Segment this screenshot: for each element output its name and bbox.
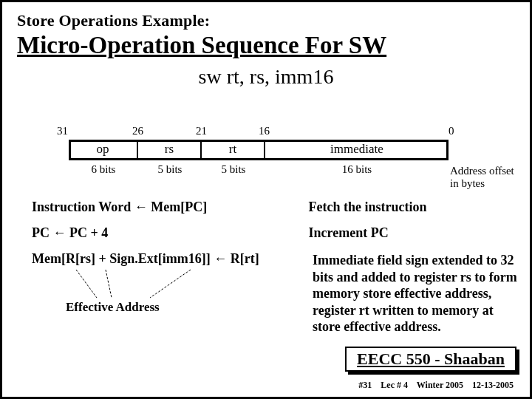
footer-lecture: Lec # 4 [381, 380, 408, 390]
bit-label-16: 16 [259, 125, 270, 137]
left-arrow-icon: ← [134, 200, 148, 214]
field-imm: immediate [265, 140, 449, 160]
field-rs: rs [138, 140, 202, 160]
op-store-rhs: R[rt] [227, 251, 259, 266]
bit-label-31: 31 [57, 125, 68, 137]
footer-slide-no: #31 [358, 380, 372, 390]
op-store-lhs: Mem[R[rs] + Sign.Ext[imm16]] [32, 251, 214, 266]
note-line1: Address offset [450, 165, 514, 177]
field-op: op [69, 140, 138, 160]
address-offset-note: Address offset in bytes [450, 165, 514, 191]
op-fetch-rhs: Mem[PC] [148, 200, 207, 214]
op-incpc-lhs: PC [32, 225, 53, 240]
instruction-syntax: sw rt, rs, imm16 [17, 65, 515, 89]
field-bits-rs: 5 bits [138, 163, 202, 176]
slide-footer: #31 Lec # 4 Winter 2005 12-13-2005 [358, 380, 514, 391]
op-incpc-desc: Increment PC [309, 226, 516, 240]
title-block: Store Operations Example: Micro-Operatio… [2, 2, 530, 89]
bit-label-0: 0 [449, 125, 454, 137]
footer-date: 12-13-2005 [472, 380, 514, 390]
effective-address-label: Effective Address [66, 300, 160, 315]
field-bits-imm: 16 bits [265, 163, 449, 176]
op-incpc: PC ← PC + 4 Increment PC [32, 226, 516, 240]
footer-term: Winter 2005 [417, 380, 463, 390]
left-arrow-icon: ← [214, 251, 227, 266]
field-bits-rt: 5 bits [202, 163, 265, 176]
bit-label-26: 26 [132, 125, 143, 137]
left-arrow-icon: ← [53, 225, 66, 240]
op-fetch-desc: Fetch the instruction [309, 200, 516, 214]
course-box: EECC 550 - Shaaban [345, 347, 516, 372]
field-bits-op: 6 bits [69, 163, 138, 176]
note-line2: in bytes [450, 177, 514, 190]
slide-frame: Store Operations Example: Micro-Operatio… [0, 0, 532, 399]
op-fetch: Instruction Word ← Mem[PC] Fetch the ins… [32, 200, 516, 214]
op-incpc-rhs: PC + 4 [66, 225, 109, 240]
pre-title: Store Operations Example: [17, 11, 515, 30]
op-store-desc: Immediate field sign extended to 32 bits… [313, 252, 521, 335]
main-title: Micro-Operation Sequence For SW [17, 32, 515, 59]
op-fetch-lhs: Instruction Word [32, 200, 134, 214]
field-rt: rt [202, 140, 265, 160]
bit-label-21: 21 [196, 125, 207, 137]
